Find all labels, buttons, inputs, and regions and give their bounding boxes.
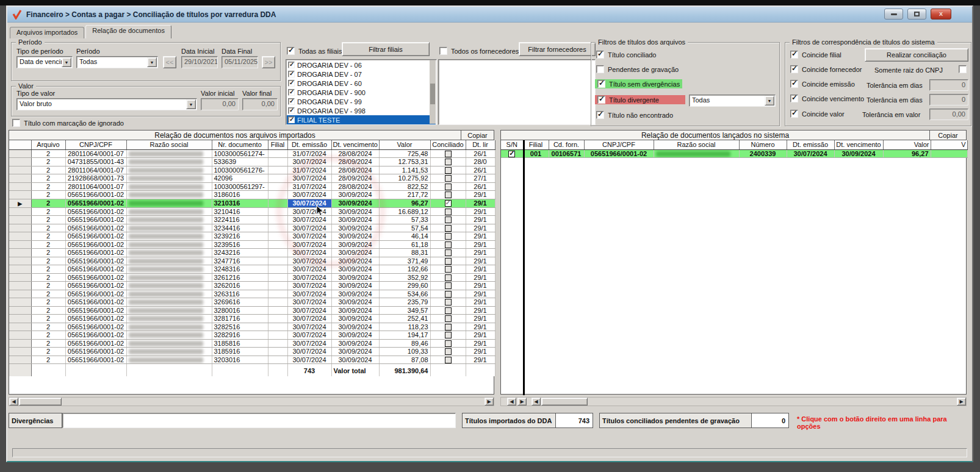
cell[interactable]: 31/07/2024 bbox=[287, 149, 331, 158]
row-indicator[interactable] bbox=[9, 191, 31, 199]
chevron-down-icon[interactable]: ▼ bbox=[62, 57, 71, 67]
conciliado-checkbox[interactable] bbox=[445, 200, 452, 207]
filial-item-checkbox[interactable] bbox=[288, 116, 295, 123]
conciliado-checkbox[interactable] bbox=[445, 225, 452, 232]
fornecedor-list[interactable] bbox=[438, 59, 596, 125]
tolerancia-valor-field[interactable]: 0,00 bbox=[929, 109, 968, 120]
conciliado-checkbox[interactable] bbox=[445, 324, 452, 331]
cell[interactable]: 30/07/2024 bbox=[287, 290, 331, 298]
row-indicator[interactable] bbox=[9, 224, 31, 232]
row-indicator[interactable] bbox=[9, 356, 31, 364]
row-indicator[interactable] bbox=[9, 174, 31, 183]
coincide-vencimento-checkbox[interactable] bbox=[790, 95, 798, 102]
row-indicator[interactable] bbox=[9, 315, 31, 323]
prev-period-button[interactable]: << bbox=[163, 56, 176, 68]
filial-item-checkbox[interactable] bbox=[288, 89, 295, 96]
cell[interactable]: 30/07/2024 bbox=[287, 174, 331, 183]
realizar-conciliacao-button[interactable]: Realizar conciliação bbox=[865, 48, 968, 62]
todas-filiais-checkbox[interactable] bbox=[287, 47, 295, 55]
column-header[interactable]: Valor bbox=[883, 140, 931, 149]
filial-item-checkbox[interactable] bbox=[288, 98, 295, 105]
row-indicator[interactable] bbox=[9, 273, 31, 282]
scroll-right-icon[interactable]: ▶ bbox=[517, 398, 527, 406]
column-header[interactable]: Cd. forn. bbox=[549, 140, 584, 149]
cell[interactable]: 30/07/2024 bbox=[287, 158, 331, 166]
scroll-left-icon[interactable]: ◀ bbox=[531, 398, 541, 406]
row-indicator[interactable] bbox=[9, 282, 31, 290]
cell[interactable]: 30/07/2024 bbox=[287, 249, 331, 257]
row-indicator[interactable] bbox=[9, 331, 31, 340]
conciliado-checkbox[interactable] bbox=[445, 266, 452, 273]
cell[interactable]: 30/07/2024 bbox=[287, 232, 331, 241]
row-indicator[interactable] bbox=[9, 216, 31, 224]
conciliado-checkbox[interactable] bbox=[445, 340, 452, 347]
cell[interactable]: 30/07/2024 bbox=[287, 282, 331, 290]
scroll-left-icon[interactable]: ◀ bbox=[9, 398, 18, 406]
filial-list[interactable]: DROGARIA DEV - 06DROGARIA DEV - 07DROGAR… bbox=[286, 59, 437, 125]
cell[interactable]: 30/07/2024 bbox=[287, 191, 331, 199]
cell[interactable]: 30/07/2024 bbox=[287, 216, 331, 224]
conciliado-checkbox[interactable] bbox=[445, 291, 452, 298]
column-header[interactable]: Dt. lir bbox=[466, 140, 495, 149]
filtrar-filiais-button[interactable]: Filtrar filiais bbox=[342, 42, 430, 56]
divergencias-field[interactable] bbox=[62, 413, 456, 428]
cell[interactable]: 30/07/2024 bbox=[287, 207, 331, 216]
row-indicator[interactable] bbox=[9, 158, 31, 166]
column-header[interactable]: Dt. emissão bbox=[787, 140, 834, 149]
cell[interactable]: 31/07/2024 bbox=[287, 166, 331, 174]
row-indicator[interactable]: ▶ bbox=[9, 199, 31, 207]
row-indicator[interactable] bbox=[9, 149, 31, 158]
next-period-button[interactable]: >> bbox=[262, 56, 275, 68]
filial-list-scrollbar[interactable] bbox=[430, 60, 436, 124]
scroll-left-icon[interactable]: ◀ bbox=[507, 398, 516, 406]
conciliado-checkbox[interactable] bbox=[445, 299, 452, 306]
filial-list-item[interactable]: FILIAL TESTE bbox=[287, 115, 436, 124]
conciliado-checkbox[interactable] bbox=[445, 315, 452, 322]
filial-list-item[interactable]: DROGARIA DEV - 99 bbox=[287, 97, 436, 106]
column-header[interactable]: Dt. vencimento bbox=[834, 140, 883, 149]
conciliado-checkbox[interactable] bbox=[445, 357, 452, 363]
column-header[interactable]: Nr. documento bbox=[212, 140, 268, 149]
cell[interactable]: 30/07/2024 bbox=[287, 240, 331, 249]
maximize-button[interactable] bbox=[907, 9, 926, 20]
conciliado-checkbox[interactable] bbox=[445, 258, 452, 265]
titulo-conciliado-checkbox[interactable] bbox=[596, 51, 604, 59]
coincide-valor-checkbox[interactable] bbox=[790, 110, 798, 118]
filial-list-item[interactable]: DROGARIA DEV - 900 bbox=[287, 88, 436, 97]
conciliado-checkbox[interactable] bbox=[445, 274, 452, 281]
conciliado-checkbox[interactable] bbox=[445, 191, 452, 198]
conciliado-checkbox[interactable] bbox=[445, 282, 452, 289]
tipo-valor-select[interactable]: Valor bruto ▼ bbox=[16, 98, 197, 110]
divergencia-select[interactable]: Todas ▼ bbox=[689, 95, 776, 107]
left-hscrollbar[interactable]: ◀ ▶ bbox=[9, 397, 494, 406]
conciliado-checkbox[interactable] bbox=[445, 151, 452, 157]
tab-relacao-de-documentos[interactable]: Relação de documentos bbox=[85, 25, 171, 38]
column-header[interactable]: Razão social bbox=[126, 140, 212, 149]
coincide-emissao-checkbox[interactable] bbox=[790, 80, 798, 88]
column-header[interactable]: CNPJ/CPF bbox=[65, 140, 126, 149]
cell[interactable]: 30/07/2024 bbox=[287, 339, 331, 348]
cell[interactable]: 30/07/2024 bbox=[287, 306, 331, 315]
cell[interactable]: 30/07/2024 bbox=[287, 323, 331, 331]
cell[interactable]: 30/07/2024 bbox=[287, 348, 331, 356]
cell[interactable]: 30/07/2024 bbox=[287, 298, 331, 307]
valor-final-field[interactable]: 0,00 bbox=[242, 98, 278, 110]
periodo-select[interactable]: Todas ▼ bbox=[76, 56, 158, 68]
conciliado-checkbox[interactable] bbox=[445, 175, 452, 182]
cell[interactable]: 30/07/2024 bbox=[287, 356, 331, 364]
column-header[interactable]: Dt. vencimento bbox=[331, 140, 379, 149]
column-header[interactable]: Conciliado bbox=[430, 140, 466, 149]
cell[interactable]: 31/07/2024 bbox=[287, 182, 331, 191]
filial-list-item[interactable]: DROGARIA DEV - 998 bbox=[287, 106, 436, 115]
tab-arquivos-importados[interactable]: Arquivos importados bbox=[10, 27, 84, 38]
column-header[interactable]: Dt. emissão bbox=[287, 140, 331, 149]
row-indicator[interactable] bbox=[9, 265, 31, 274]
scroll-thumb[interactable] bbox=[541, 398, 588, 406]
data-final-field[interactable]: 05/11/2025 bbox=[222, 56, 258, 68]
row-indicator[interactable] bbox=[9, 166, 31, 174]
conciliado-checkbox[interactable] bbox=[445, 184, 452, 190]
titulo-nao-encontrado-checkbox[interactable] bbox=[596, 111, 604, 119]
column-header[interactable]: Valor bbox=[379, 140, 430, 149]
chevron-down-icon[interactable]: ▼ bbox=[186, 99, 196, 109]
conciliado-checkbox[interactable] bbox=[445, 159, 452, 165]
